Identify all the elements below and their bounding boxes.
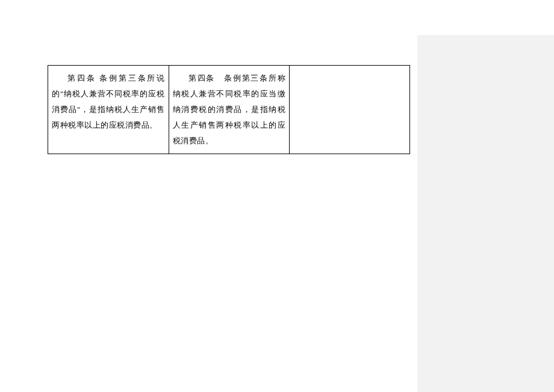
table-cell-middle: 第四条 条例第三条所称纳税人兼营不同税率的应当缴纳消费税的消费品，是指纳税人生产… <box>169 66 290 154</box>
side-panel <box>417 35 554 392</box>
cell-text-left: 第四条 条例第三条所说的"纳税人兼营不同税率的应税消费品"，是指纳税人生产销售两… <box>52 70 165 133</box>
cell-text-middle: 第四条 条例第三条所称纳税人兼营不同税率的应当缴纳消费税的消费品，是指纳税人生产… <box>173 70 286 149</box>
comparison-table: 第四条 条例第三条所说的"纳税人兼营不同税率的应税消费品"，是指纳税人生产销售两… <box>48 65 410 154</box>
table-cell-right <box>290 66 410 154</box>
table-cell-left: 第四条 条例第三条所说的"纳税人兼营不同税率的应税消费品"，是指纳税人生产销售两… <box>48 66 169 154</box>
table-row: 第四条 条例第三条所说的"纳税人兼营不同税率的应税消费品"，是指纳税人生产销售两… <box>48 66 410 154</box>
document-page: 第四条 条例第三条所说的"纳税人兼营不同税率的应税消费品"，是指纳税人生产销售两… <box>0 0 417 392</box>
